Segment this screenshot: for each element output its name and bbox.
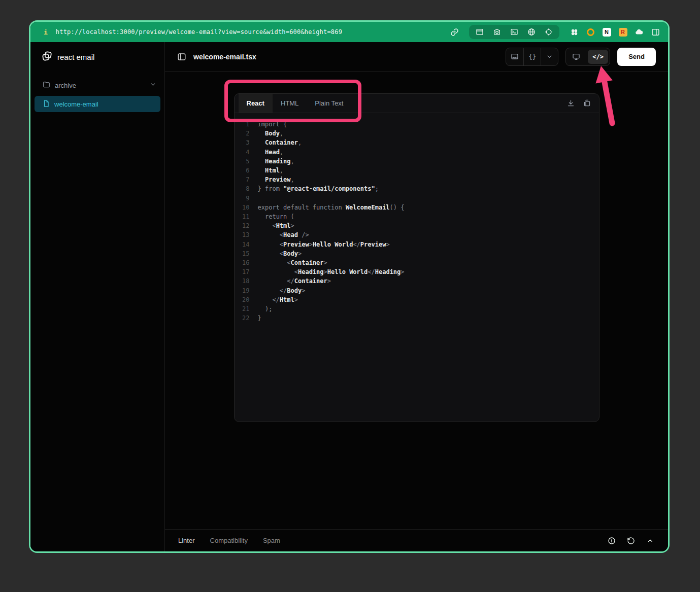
code-line: 13 <Head />	[235, 230, 599, 239]
sidebar: react email archive welcome-email	[30, 42, 165, 551]
braces-icon[interactable]: {}	[523, 48, 541, 65]
sidebar-folder-archive[interactable]: archive	[30, 77, 164, 94]
extension-pill-group	[469, 25, 559, 39]
app-body: react email archive welcome-email	[30, 42, 668, 551]
bottom-bar: Linter Compatibility Spam	[165, 529, 668, 551]
info-icon[interactable]	[607, 536, 616, 545]
tab-linter[interactable]: Linter	[178, 537, 195, 544]
source-code-icon[interactable]: </>	[588, 50, 608, 64]
code-line: 3 Container,	[235, 138, 599, 147]
ring-icon[interactable]	[586, 27, 595, 37]
folder-icon	[43, 81, 50, 90]
download-icon[interactable]	[566, 99, 576, 108]
browser-bar-icons: N R	[450, 25, 660, 39]
file-icon	[43, 100, 50, 109]
preview-source-toggle: </>	[565, 48, 610, 66]
code-line: 22}	[235, 314, 599, 323]
viewport-icon[interactable]	[506, 48, 523, 65]
code-line: 12 <Html>	[235, 221, 599, 230]
sidebar-collapse-icon[interactable]	[177, 52, 186, 61]
globe-icon[interactable]	[527, 27, 536, 37]
clover-icon[interactable]	[570, 27, 579, 37]
code-line: 20 </Html>	[235, 295, 599, 304]
code-line: 7 Preview,	[235, 175, 599, 184]
code-view-tabs: React HTML Plain Text	[235, 94, 599, 113]
send-button[interactable]: Send	[617, 48, 656, 66]
code-editor[interactable]: 1import {2 Body,3 Container,4 Head,5 Hea…	[235, 113, 599, 422]
code-line: 19 </Body>	[235, 286, 599, 295]
code-line: 17 <Heading>Hello World</Heading>	[235, 267, 599, 276]
code-line: 6 Html,	[235, 166, 599, 175]
code-line: 1import {	[235, 120, 599, 129]
app-logo-label: react email	[57, 53, 94, 61]
folder-label: archive	[55, 82, 76, 89]
chevron-up-icon[interactable]	[646, 536, 655, 545]
refresh-icon[interactable]	[626, 536, 636, 545]
code-line: 15 <Body>	[235, 249, 599, 258]
code-panel: React HTML Plain Text	[234, 93, 599, 422]
browser-top-bar: i http://localhost:3000/preview/welcome-…	[30, 22, 668, 42]
notion-icon[interactable]: N	[602, 27, 611, 37]
sidebar-item-label: welcome-email	[54, 100, 98, 108]
code-lines: 1import {2 Body,3 Container,4 Head,5 Hea…	[235, 120, 599, 323]
code-line: 21 );	[235, 304, 599, 314]
content-area: React HTML Plain Text	[165, 72, 668, 529]
sidebar-item-welcome-email[interactable]: welcome-email	[35, 96, 160, 112]
browser-window: i http://localhost:3000/preview/welcome-…	[29, 20, 670, 553]
chevron-down-icon	[150, 81, 156, 89]
desktop-preview-icon[interactable]	[566, 48, 586, 65]
react-email-logo-icon	[42, 51, 52, 63]
tab-react[interactable]: React	[239, 94, 273, 113]
tab-spam[interactable]: Spam	[263, 537, 280, 544]
app-logo[interactable]: react email	[30, 42, 164, 72]
code-line: 16 <Container>	[235, 258, 599, 267]
copy-icon[interactable]	[583, 99, 592, 108]
main-header: welcome-email.tsx {}	[165, 42, 668, 72]
code-line: 18 </Container>	[235, 276, 599, 286]
window-icon[interactable]	[475, 27, 484, 37]
tab-plain-text[interactable]: Plain Text	[307, 94, 351, 113]
tab-compatibility[interactable]: Compatibility	[210, 537, 248, 544]
code-line: 14 <Preview>Hello World</Preview>	[235, 240, 599, 249]
code-line: 8} from "@react-email/components";	[235, 184, 599, 193]
cloud-icon[interactable]	[635, 27, 644, 37]
code-line: 9	[235, 194, 599, 203]
tab-html[interactable]: HTML	[273, 94, 307, 113]
header-controls: {} </> Send	[506, 48, 656, 66]
view-options-group: {}	[506, 48, 558, 66]
r-badge-icon[interactable]: R	[618, 27, 627, 37]
link-icon[interactable]	[450, 27, 459, 37]
main-area: welcome-email.tsx {}	[165, 42, 668, 551]
code-line: 11 return (	[235, 212, 599, 221]
code-line: 2 Body,	[235, 129, 599, 138]
code-line: 5 Heading,	[235, 157, 599, 166]
site-info-icon[interactable]: i	[44, 28, 48, 36]
camera-icon[interactable]	[492, 27, 502, 37]
bottom-bar-icons	[607, 536, 655, 545]
code-line: 4 Head,	[235, 148, 599, 157]
address-bar[interactable]: http://localhost:3000/preview/welcome-em…	[56, 28, 342, 36]
split-view-icon[interactable]	[651, 27, 660, 37]
code-panel-actions	[566, 94, 599, 113]
terminal-icon[interactable]	[510, 27, 519, 37]
page-title: welcome-email.tsx	[193, 53, 256, 61]
chevron-down-icon[interactable]	[541, 48, 558, 65]
target-icon[interactable]	[544, 27, 553, 37]
code-line: 10export default function WelcomeEmail()…	[235, 203, 599, 212]
